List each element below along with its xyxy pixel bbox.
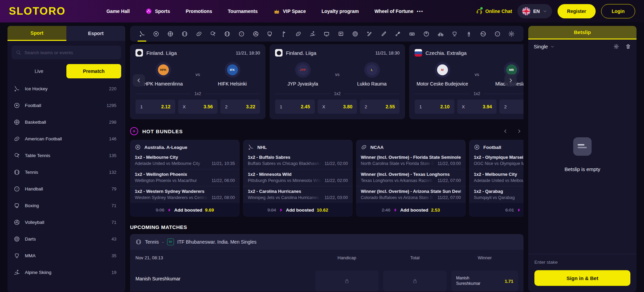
carousel-next-button[interactable] <box>504 74 517 87</box>
winner-odds-cell[interactable]: Manish Sureshkumar 1.71 <box>451 271 518 292</box>
filter-tv-icon[interactable] <box>321 26 333 42</box>
odd-button-1[interactable]: 1 2.12 <box>135 99 175 114</box>
filter-gear-icon[interactable] <box>506 26 517 42</box>
odd-button-x[interactable]: X 3.56 <box>178 99 218 114</box>
filter-cycling-icon[interactable] <box>435 26 446 42</box>
filter-ice-hockey-icon[interactable] <box>136 26 148 42</box>
nav-item-sports[interactable]: Sports <box>145 8 170 15</box>
sidebar-item-football[interactable]: Football 1295 <box>12 97 121 114</box>
filter-basketball-icon[interactable] <box>165 26 176 42</box>
nav-item-loyalty-program[interactable]: Loyalty program <box>321 9 359 14</box>
odd-button-2[interactable]: 2 2.55 <box>360 99 400 114</box>
filter-rugby-icon[interactable] <box>292 26 304 42</box>
nav-item-tournaments[interactable]: Tournaments <box>228 9 258 14</box>
filter-football-icon[interactable] <box>150 26 162 42</box>
odd-button-2[interactable]: 2 3.22 <box>220 99 260 114</box>
odd-button-x[interactable]: X 3.80 <box>318 99 357 114</box>
sidebar-item-ice-hockey[interactable]: Ice Hockey 220 <box>12 80 121 97</box>
more-menu-button[interactable]: ••• <box>417 9 423 14</box>
add-boosted-button[interactable]: 6.01 Add bo <box>469 203 524 217</box>
sidebar-item-american-football[interactable]: American Football 146 <box>12 130 121 147</box>
search-input[interactable] <box>25 50 117 55</box>
filter-floorball-icon[interactable] <box>492 26 503 42</box>
filter-darts-icon[interactable] <box>349 26 361 42</box>
sidebar-tab-esport[interactable]: Esport <box>66 26 125 41</box>
mode-live[interactable]: Live <box>12 64 66 78</box>
nav-item-vip-space[interactable]: VIP Space <box>273 8 306 15</box>
sign-in-and-bet-button[interactable]: Sign in & Bet <box>534 270 630 286</box>
sidebar-item-tennis[interactable]: Tennis 132 <box>12 164 121 181</box>
filter-handball-icon[interactable] <box>236 26 247 42</box>
sidebar-item-boxing[interactable]: Boxing 71 <box>12 197 121 214</box>
odd-button-1[interactable]: 1 2.10 <box>415 99 454 114</box>
carousel-prev-button[interactable] <box>133 74 145 87</box>
mode-prematch[interactable]: Prematch <box>66 64 121 78</box>
bundle-bet-row[interactable]: 1x2 - Carolina Hurricanes Winnipeg Jets … <box>243 186 353 203</box>
filter-alpine-skiing-icon[interactable] <box>307 26 318 42</box>
add-boosted-button[interactable]: 9.84 Add boosted 10.62 <box>243 203 353 217</box>
sidebar-item-basketball[interactable]: Basketball 298 <box>12 114 121 130</box>
sidebar-item-alpine-skiing[interactable]: Alpine Skiing 19 <box>12 264 121 281</box>
sidebar-item-mma[interactable]: MMA 35 <box>12 247 121 264</box>
nav-item-wheel-of-fortune[interactable]: Wheel of Fortune <box>374 9 413 14</box>
nav-item-game-hall[interactable]: Game Hall <box>107 9 130 14</box>
filter-american-football-icon[interactable] <box>193 26 205 42</box>
bundle-bet-row[interactable]: Winner (Incl. Overtime) - Florida State … <box>356 152 466 169</box>
featured-match-card[interactable]: Finland. Liiga 11/21, 18:30 JYP JYP Jyva… <box>270 44 405 119</box>
bundles-prev-button[interactable] <box>501 127 510 136</box>
filter-cricket-icon[interactable] <box>364 26 375 42</box>
bundle-bet-row[interactable]: 1x2 - Melbourne City Adelaide United vs … <box>130 152 240 169</box>
bet-mode-dropdown[interactable]: Single <box>534 44 555 49</box>
filter-waterpolo-icon[interactable] <box>477 26 489 42</box>
add-boosted-button[interactable]: 2.46 Add boosted 2.53 <box>356 203 466 217</box>
total-locked-cell[interactable] <box>383 271 447 292</box>
bundle-bet-row[interactable]: 1x2 - Qarabag Sumqayit vs Qarabag <box>469 186 524 203</box>
filter-pencil-icon[interactable] <box>378 26 389 42</box>
filter-golf-icon[interactable] <box>278 26 290 42</box>
filter-tennis-icon[interactable] <box>179 26 190 42</box>
mode-label: Prematch <box>83 68 105 74</box>
bundle-bet-row[interactable]: 1x2 - Olympique Marseille OGC Nice vs Ol… <box>469 152 524 169</box>
register-button[interactable]: Register <box>558 4 596 18</box>
trash-icon[interactable] <box>625 44 631 49</box>
login-button[interactable]: Login <box>601 4 635 18</box>
add-boosted-button[interactable]: 9.06 Add boosted 9.69 <box>130 203 240 217</box>
bundles-next-button[interactable] <box>515 127 524 136</box>
odd-button-x[interactable]: X 3.94 <box>457 99 497 114</box>
bundle-bet-row[interactable]: 1x2 - Melbourne City Adelaide United vs … <box>469 169 524 186</box>
online-chat-button[interactable]: Online Chat <box>476 8 512 15</box>
handicap-locked-cell[interactable] <box>315 271 379 292</box>
sport-label: MMA <box>25 253 107 258</box>
nav-item-promotions[interactable]: Promotions <box>186 9 212 14</box>
sidebar-tab-sport[interactable]: Sport <box>7 26 66 41</box>
sidebar-item-table-tennis[interactable]: Table Tennis 135 <box>12 147 121 164</box>
gear-icon[interactable] <box>613 44 619 49</box>
upcoming-match-header[interactable]: Tennis - TF ITF Bhubaneswar. India. Men … <box>130 234 524 250</box>
filter-baseball-icon[interactable] <box>222 26 233 42</box>
filter-table-tennis-icon[interactable] <box>207 26 219 42</box>
filter-keyboard-icon[interactable] <box>406 26 418 42</box>
bundle-bet-row[interactable]: Winner (Incl. Overtime) - Arizona State … <box>356 186 466 203</box>
filter-chess-icon[interactable] <box>463 26 475 42</box>
betslip-header-tab[interactable]: Betslip <box>528 26 637 40</box>
odd-button-2[interactable]: 2 <box>499 99 524 114</box>
filter-boxing-icon[interactable] <box>264 26 276 42</box>
featured-match-card[interactable]: Finland. Liiga 11/21, 18:30 HPK HPK Hame… <box>130 44 265 119</box>
bundle-bet-row[interactable]: 1x2 - Western Sydney Wanderers Western S… <box>130 186 240 203</box>
bundle-bet-row[interactable]: 1x2 - Wellington Phoenix Wellington Phoe… <box>130 169 240 186</box>
sidebar-item-darts[interactable]: Darts 43 <box>12 231 121 247</box>
brand-logo[interactable]: SLOTORO <box>9 5 66 17</box>
bundle-bet-row[interactable]: Winner (Incl. Overtime) - Texas Longhorn… <box>356 169 466 186</box>
filter-volleyball-icon[interactable] <box>250 26 261 42</box>
sidebar-item-volleyball[interactable]: Volleyball 71 <box>12 214 121 231</box>
filter-mma-icon[interactable] <box>449 26 461 42</box>
filter-badminton-icon[interactable] <box>392 26 404 42</box>
sidebar-item-handball[interactable]: Handball 79 <box>12 181 121 197</box>
bundle-bet-row[interactable]: 1x2 - Minnesota Wild Pittsburgh Penguins… <box>243 169 353 186</box>
filter-screen-icon[interactable] <box>335 26 347 42</box>
bundle-bet-row[interactable]: 1x2 - Buffalo Sabres Buffalo Sabres vs C… <box>243 152 353 169</box>
hot-bundles-header: HOT BUNDLES <box>130 127 524 136</box>
odd-button-1[interactable]: 1 2.45 <box>275 99 315 114</box>
filter-snooker-icon[interactable] <box>420 26 432 42</box>
language-selector[interactable]: EN <box>517 4 552 18</box>
